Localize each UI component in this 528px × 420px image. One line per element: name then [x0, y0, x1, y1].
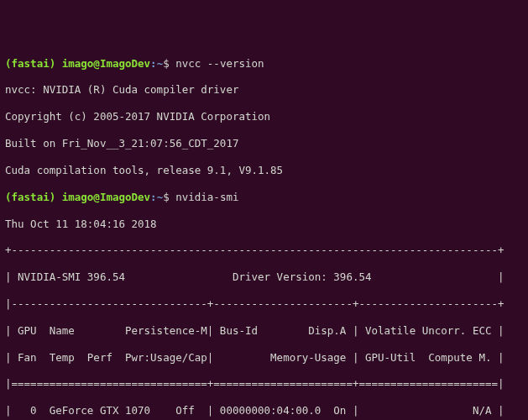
nvcc-output: Built on Fri_Nov__3_21:07:56_CDT_2017	[5, 137, 523, 150]
smi-header: | GPU Name Persistence-M| Bus-Id Disp.A …	[5, 324, 523, 338]
smi-version-row: | NVIDIA-SMI 396.54 Driver Version: 396.…	[5, 270, 523, 284]
command-nvcc: nvcc --version	[175, 57, 264, 70]
smi-border: |-------------------------------+-------…	[5, 297, 523, 311]
smi-gpu-row: | 0 GeForce GTX 1070 Off | 00000000:04:0…	[5, 404, 523, 417]
command-nvidia-smi: nvidia-smi	[175, 191, 238, 203]
nvcc-output: Cuda compilation tools, release 9.1, V9.…	[5, 164, 523, 177]
smi-border: |===============================+=======…	[5, 377, 523, 391]
smi-date: Thu Oct 11 18:04:16 2018	[5, 218, 523, 231]
smi-border: +---------------------------------------…	[5, 244, 523, 257]
smi-header: | Fan Temp Perf Pwr:Usage/Cap| Memory-Us…	[5, 351, 523, 365]
prompt-line-2: (fastai) imago@ImagoDev:~$ nvidia-smi	[5, 191, 523, 204]
prompt-line-1: (fastai) imago@ImagoDev:~$ nvcc --versio…	[5, 57, 523, 71]
user-host: imago@ImagoDev	[62, 57, 150, 70]
nvcc-output: Copyright (c) 2005-2017 NVIDIA Corporati…	[5, 110, 523, 123]
cwd: :	[150, 57, 157, 70]
venv-name: (fastai)	[5, 57, 62, 70]
nvcc-output: nvcc: NVIDIA (R) Cuda compiler driver	[5, 83, 523, 97]
